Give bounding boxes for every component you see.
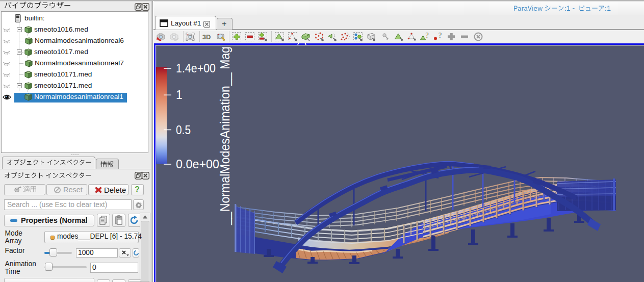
svg-text:1.4e+00: 1.4e+00	[176, 62, 216, 75]
svg-text:__NormalModesAnimation__ Mag: __NormalModesAnimation__ Mag	[218, 46, 232, 225]
svg-text:0.0e+00: 0.0e+00	[176, 158, 219, 171]
svg-text:0.5: 0.5	[176, 123, 191, 137]
svg-text:?: ?	[425, 32, 428, 39]
svg-text:?: ?	[439, 32, 442, 39]
svg-text:3D: 3D	[202, 33, 211, 41]
svg-text:1: 1	[176, 88, 183, 101]
